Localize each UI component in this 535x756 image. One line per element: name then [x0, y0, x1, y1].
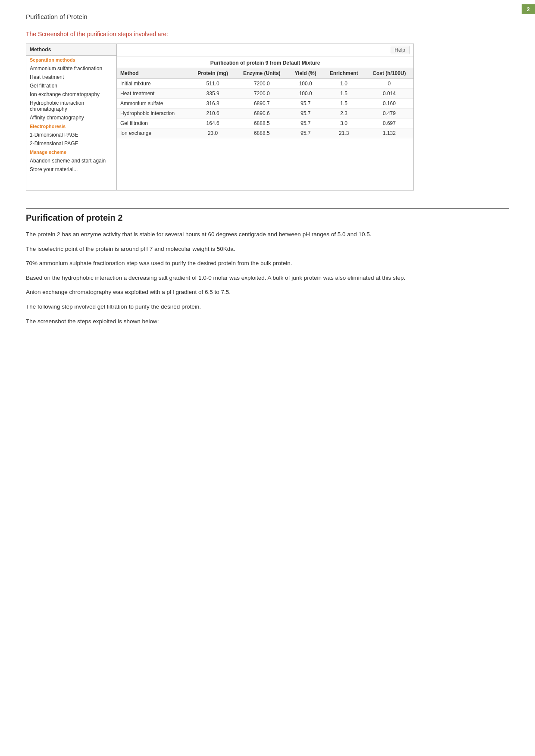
cell-yield: 100.0	[288, 79, 323, 89]
sidebar-section-electrophoresis: Electrophoresis	[26, 122, 116, 131]
cell-enrichment: 2.3	[322, 109, 365, 119]
col-header-method: Method	[117, 68, 191, 79]
cell-yield: 95.7	[288, 109, 323, 119]
cell-method: Heat treatment	[117, 89, 191, 99]
sidebar-section-manage: Manage scheme	[26, 148, 116, 156]
cell-enzyme: 6888.5	[235, 128, 288, 138]
cell-protein: 164.6	[191, 119, 235, 128]
cell-enrichment: 1.5	[322, 89, 365, 99]
protein-paragraph: Based on the hydrophobic interaction a d…	[26, 273, 509, 283]
col-header-enzyme: Enzyme (Units)	[235, 68, 288, 79]
cell-method: Ion exchange	[117, 128, 191, 138]
table-row: Ion exchange 23.0 6888.5 95.7 21.3 1.132	[117, 128, 413, 138]
cell-protein: 210.6	[191, 109, 235, 119]
sidebar-item-1d-page[interactable]: 1-Dimensional PAGE	[26, 131, 116, 139]
cell-cost: 0.160	[365, 99, 413, 109]
cell-enrichment: 1.5	[322, 99, 365, 109]
sidebar-item-abandon[interactable]: Abandon scheme and start again	[26, 156, 116, 165]
cell-method: Hydrophobic interaction	[117, 109, 191, 119]
cell-method: Ammonium sulfate	[117, 99, 191, 109]
cell-protein: 316.8	[191, 99, 235, 109]
sidebar-item-ammonium[interactable]: Ammonium sulfate fractionation	[26, 64, 116, 73]
protein-paragraph: The isoelectric point of the protein is …	[26, 244, 509, 254]
sidebar: Methods Separation methods Ammonium sulf…	[26, 44, 117, 190]
purification-table-title: Purification of protein 9 from Default M…	[117, 56, 413, 68]
table-row: Heat treatment 335.9 7200.0 100.0 1.5 0.…	[117, 89, 413, 99]
col-header-protein: Protein (mg)	[191, 68, 235, 79]
cell-protein: 23.0	[191, 128, 235, 138]
protein-paragraph: The protein 2 has an enzyme activity tha…	[26, 230, 509, 239]
sidebar-item-2d-page[interactable]: 2-Dimensional PAGE	[26, 139, 116, 148]
table-row: Hydrophobic interaction 210.6 6890.6 95.…	[117, 109, 413, 119]
cell-method: Initial mixture	[117, 79, 191, 89]
table-row: Ammonium sulfate 316.8 6890.7 95.7 1.5 0…	[117, 99, 413, 109]
sidebar-item-gel[interactable]: Gel filtration	[26, 81, 116, 90]
col-header-enrichment: Enrichment	[322, 68, 365, 79]
content-area: Help Purification of protein 9 from Defa…	[117, 44, 413, 190]
protein-paragraph: 70% ammonium sulphate fractionation step…	[26, 259, 509, 268]
purification-app: Methods Separation methods Ammonium sulf…	[26, 44, 414, 191]
purification-table: Method Protein (mg) Enzyme (Units) Yield…	[117, 68, 413, 138]
col-header-cost: Cost (h/100U)	[365, 68, 413, 79]
cell-enrichment: 21.3	[322, 128, 365, 138]
cell-cost: 1.132	[365, 128, 413, 138]
cell-yield: 95.7	[288, 99, 323, 109]
sidebar-section-separation: Separation methods	[26, 56, 116, 64]
cell-enzyme: 6888.5	[235, 119, 288, 128]
help-button[interactable]: Help	[390, 46, 410, 54]
cell-enzyme: 7200.0	[235, 79, 288, 89]
cell-cost: 0.014	[365, 89, 413, 99]
page-number-badge: 2	[522, 4, 535, 14]
sidebar-item-store[interactable]: Store your material...	[26, 165, 116, 174]
cell-enzyme: 7200.0	[235, 89, 288, 99]
page-title: Purification of Protein	[26, 13, 509, 20]
cell-yield: 100.0	[288, 89, 323, 99]
sidebar-item-heat[interactable]: Heat treatment	[26, 73, 116, 81]
sidebar-item-hydrophobic[interactable]: Hydrophobic interaction chromatography	[26, 99, 116, 113]
protein-section: Purification of protein 2 The protein 2 …	[26, 208, 509, 326]
cell-protein: 335.9	[191, 89, 235, 99]
content-header: Help	[117, 44, 413, 56]
cell-cost: 0.479	[365, 109, 413, 119]
cell-protein: 511.0	[191, 79, 235, 89]
protein-paragraph: The screenshot the steps exploited is sh…	[26, 317, 509, 326]
cell-method: Gel filtration	[117, 119, 191, 128]
cell-enrichment: 3.0	[322, 119, 365, 128]
table-row: Initial mixture 511.0 7200.0 100.0 1.0 0	[117, 79, 413, 89]
cell-enzyme: 6890.6	[235, 109, 288, 119]
screenshot-heading: The Screenshot of the purification steps…	[26, 31, 509, 37]
cell-cost: 0	[365, 79, 413, 89]
protein-section-title: Purification of protein 2	[26, 208, 509, 223]
sidebar-header: Methods	[26, 44, 116, 56]
col-header-yield: Yield (%)	[288, 68, 323, 79]
cell-enzyme: 6890.7	[235, 99, 288, 109]
protein-paragraph: The following step involved gel filtrati…	[26, 302, 509, 312]
cell-yield: 95.7	[288, 128, 323, 138]
table-row: Gel filtration 164.6 6888.5 95.7 3.0 0.6…	[117, 119, 413, 128]
cell-cost: 0.697	[365, 119, 413, 128]
protein-paragraph: Anion exchange chromatography was exploi…	[26, 287, 509, 297]
cell-enrichment: 1.0	[322, 79, 365, 89]
sidebar-item-ion-exchange[interactable]: Ion exchange chromatography	[26, 90, 116, 99]
cell-yield: 95.7	[288, 119, 323, 128]
sidebar-item-affinity[interactable]: Affinity chromatography	[26, 113, 116, 122]
